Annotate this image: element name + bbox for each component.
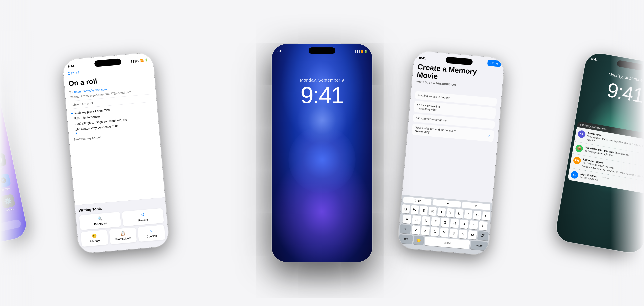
- edge-fade-left: [0, 0, 34, 306]
- avatar-3: KH: [573, 156, 581, 165]
- status-icons-3: ▐▐▐ 📶 🔋: [354, 50, 367, 53]
- wifi-icon-3: 📶: [360, 50, 364, 53]
- rewrite-label: Rewrite: [138, 218, 148, 222]
- concise-label: Concise: [146, 234, 157, 239]
- concise-icon: ≡: [150, 229, 152, 234]
- professional-button[interactable]: 📋 Professional: [109, 227, 137, 244]
- key-r[interactable]: R: [428, 207, 437, 216]
- key-f[interactable]: F: [431, 217, 440, 226]
- proofread-icon: 🔍: [97, 216, 103, 221]
- suggestion-the[interactable]: the: [432, 199, 461, 208]
- wifi-icon-2: 📶: [140, 58, 144, 62]
- status-time-5: 9:41: [591, 57, 598, 62]
- phones-display: 9:41 ▐▐▐ 📶 🔋 💬 Messages Luis: [0, 0, 644, 306]
- key-x[interactable]: X: [421, 226, 430, 236]
- signal-bars-2: ▐▐▐ 5G: [130, 59, 140, 62]
- key-e[interactable]: E: [419, 206, 428, 215]
- key-emoji[interactable]: 😊: [414, 236, 424, 245]
- professional-icon: 📋: [120, 231, 126, 236]
- key-s[interactable]: S: [412, 215, 421, 225]
- key-i[interactable]: I: [464, 210, 472, 219]
- key-numbers[interactable]: 123: [399, 234, 413, 244]
- avatar-1: AA: [578, 130, 586, 138]
- phone-2-inner: 9:41 ▐▐▐ 5G 📶 🔋 Cancel On a roll: [62, 52, 169, 254]
- phone-4: 9:41 🔋 Done Create a Memory Movie WITH J…: [398, 51, 505, 256]
- professional-label: Professional: [115, 237, 131, 241]
- notif-time-4: 35m ago: [602, 176, 610, 180]
- status-time-4: 9:41: [419, 56, 426, 60]
- phone-3: 9:41 ▐▐▐ 📶 🔋 Monday, September 9 9:41: [272, 44, 372, 262]
- key-k[interactable]: K: [469, 220, 478, 230]
- phone-3-inner: 9:41 ▐▐▐ 📶 🔋 Monday, September 9 9:41: [272, 44, 372, 262]
- key-return[interactable]: return: [470, 241, 488, 251]
- key-b[interactable]: B: [449, 229, 458, 238]
- keyboard: "The" the to Q W E R T Y U I: [398, 195, 492, 255]
- proofread-label: Proofread: [94, 222, 107, 226]
- status-icons-2: ▐▐▐ 5G 📶 🔋: [130, 58, 148, 63]
- key-delete[interactable]: ⌫: [477, 231, 488, 241]
- writing-tools-panel: Writing Tools 🔍 Proofread ↺ Rewrite: [75, 197, 169, 254]
- key-m[interactable]: M: [468, 230, 477, 240]
- key-d[interactable]: D: [422, 216, 430, 225]
- friendly-icon: 😊: [92, 234, 97, 239]
- key-c[interactable]: C: [430, 227, 439, 236]
- phone-2-screen: 9:41 ▐▐▐ 5G 📶 🔋 Cancel On a roll: [62, 52, 169, 254]
- phone-3-wrapper: 9:41 ▐▐▐ 📶 🔋 Monday, September 9 9:41: [272, 44, 372, 262]
- status-time-3: 9:41: [277, 49, 283, 53]
- done-button[interactable]: Done: [487, 60, 501, 67]
- key-t[interactable]: T: [437, 207, 446, 217]
- phone-4-inner: 9:41 🔋 Done Create a Memory Movie WITH J…: [398, 51, 505, 256]
- battery-icon-3: 🔋: [364, 50, 367, 53]
- phone-2-wrapper: 9:41 ▐▐▐ 5G 📶 🔋 Cancel On a roll: [62, 52, 169, 254]
- rewrite-button[interactable]: ↺ Rewrite: [122, 208, 164, 226]
- battery-icon-2: 🔋: [144, 58, 148, 62]
- key-w[interactable]: W: [410, 205, 419, 214]
- key-z[interactable]: Z: [412, 225, 420, 235]
- proofread-button[interactable]: 🔍 Proofread: [79, 212, 121, 230]
- cancel-button[interactable]: Cancel: [68, 70, 79, 76]
- status-bar-3: 9:41 ▐▐▐ 📶 🔋: [272, 44, 372, 54]
- key-a[interactable]: A: [402, 214, 412, 224]
- key-shift[interactable]: ⇧: [400, 224, 411, 234]
- phone-4-wrapper: 9:41 🔋 Done Create a Memory Movie WITH J…: [398, 51, 505, 256]
- edge-fade-right: [610, 0, 644, 306]
- concise-button[interactable]: ≡ Concise: [138, 225, 165, 242]
- key-j[interactable]: J: [460, 219, 468, 229]
- key-u[interactable]: U: [455, 209, 464, 218]
- key-v[interactable]: V: [440, 228, 449, 237]
- phone-4-screen: 9:41 🔋 Done Create a Memory Movie WITH J…: [398, 51, 505, 256]
- notif-content-4: Bryn Bowman Let me send it no...: [580, 172, 600, 182]
- lock-screen-bg: [272, 44, 372, 262]
- signal-icon-3: ▐▐▐: [354, 50, 360, 53]
- friendly-button[interactable]: 😊 Friendly: [80, 230, 108, 247]
- friendly-label: Friendly: [90, 239, 100, 243]
- suggestion-to[interactable]: to: [462, 202, 490, 210]
- key-l[interactable]: L: [479, 221, 488, 230]
- key-g[interactable]: G: [440, 218, 450, 227]
- rewrite-icon: ↺: [141, 213, 144, 218]
- avatar-2: 📦: [575, 144, 584, 153]
- phone-2: 9:41 ▐▐▐ 5G 📶 🔋 Cancel On a roll: [62, 52, 169, 254]
- memory-suggestions: erything we ate in Japan" eo trick-or-tr…: [412, 91, 497, 143]
- avatar-4: BB: [570, 171, 579, 179]
- key-q[interactable]: Q: [402, 204, 410, 214]
- email-compose: On a roll To: brian_carey@apple.com Cc/B…: [68, 72, 155, 142]
- status-time-2: 9:41: [68, 64, 75, 68]
- key-p[interactable]: P: [482, 211, 490, 221]
- lock-time-3: 9:41: [272, 83, 372, 107]
- key-o[interactable]: O: [473, 211, 482, 220]
- suggestion-the-quoted[interactable]: "The": [403, 197, 432, 205]
- key-y[interactable]: Y: [446, 208, 455, 218]
- key-h[interactable]: H: [450, 219, 459, 228]
- key-n[interactable]: N: [458, 229, 468, 239]
- email-body[interactable]: Sushi my place Friday 7PM RSVP by tomorr…: [71, 104, 155, 142]
